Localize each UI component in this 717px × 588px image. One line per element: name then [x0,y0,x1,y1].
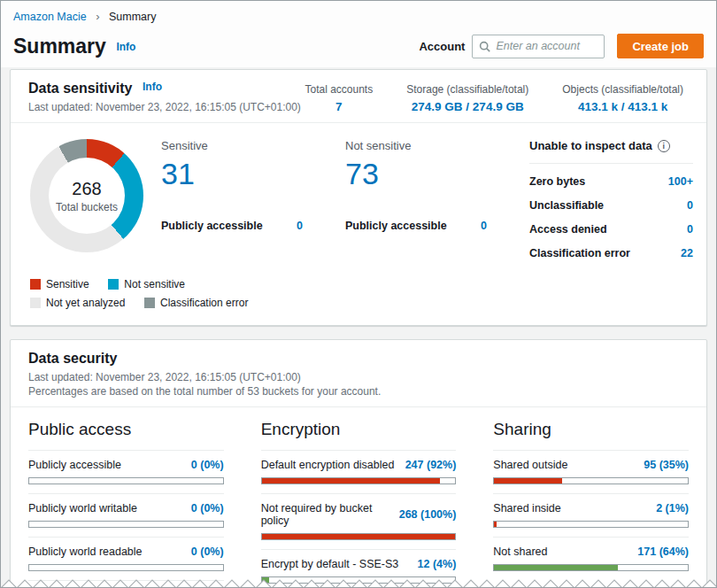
metric-bar [261,533,457,540]
metric-value-link[interactable]: 0 (0%) [191,502,224,514]
row-value-link[interactable]: 0 [687,199,693,212]
row-value-link[interactable]: 22 [681,247,693,259]
legend-swatch-icon [108,279,119,290]
title-info-link[interactable]: Info [116,41,135,53]
total-buckets-label: Total buckets [56,201,118,213]
metric-value-link[interactable]: 95 (35%) [644,459,689,471]
header-actions: Account Create job [419,34,704,58]
metric-bar [493,521,689,528]
metric-publicly-accessible: Publicly accessible 0 (0%) [28,450,224,484]
data-security-header: Data security Last updated: November 23,… [28,351,381,398]
metric-label: Not shared [493,545,547,558]
metric-publicly-world-writable: Publicly world writable 0 (0%) [28,493,224,528]
data-security-card: Data security Last updated: November 23,… [10,339,707,588]
account-search-box[interactable] [472,35,605,58]
stat-total-accounts: Total accounts 7 [305,82,373,113]
title-block: Summary Info [13,35,135,58]
stat-label: Objects (classifiable/total) [562,83,683,96]
stat-value-link[interactable]: 7 [305,100,373,113]
metric-value-link[interactable]: 171 (64%) [637,545,689,558]
breadcrumb-amazon-macie[interactable]: Amazon Macie [13,11,87,23]
stat-objects: Objects (classifiable/total) 413.1 k / 4… [562,82,683,113]
total-buckets-donut: 268 Total buckets [30,139,143,252]
metric-default-encryption-disabled: Default encryption disabled 247 (92%) [261,450,457,484]
legend-item-not-sensitive: Not sensitive [108,278,185,290]
metric-bar [493,564,689,571]
sensitive-publicly-accessible-value[interactable]: 0 [297,220,303,232]
not-sensitive-publicly-accessible-value[interactable]: 0 [481,220,487,232]
metric-value-link[interactable]: 247 (92%) [405,459,457,471]
breadcrumb: Amazon Macie › Summary [13,10,704,23]
public-access-heading: Public access [28,420,224,439]
metric-bar [261,477,457,484]
data-sensitivity-header: Data sensitivity Info Last updated: Nove… [28,81,301,113]
sensitive-count-link[interactable]: 31 [161,156,303,191]
legend-swatch-icon [144,298,155,308]
page-title: Summary [13,35,106,58]
data-sensitivity-info-link[interactable]: Info [143,81,162,93]
donut-center: 268 Total buckets [49,158,125,234]
data-sensitivity-card: Data sensitivity Info Last updated: Nove… [10,69,707,326]
metric-label: Shared inside [493,502,560,514]
sharing-heading: Sharing [493,420,689,439]
metric-bar [28,564,224,571]
legend-label: Not sensitive [124,278,185,290]
data-sensitivity-title: Data sensitivity [28,81,132,96]
account-label: Account [419,40,465,53]
legend-swatch-icon [30,279,41,290]
not-sensitive-label: Not sensitive [345,139,487,152]
legend-label: Classification error [160,297,248,309]
row-label: Access denied [529,223,607,236]
macie-summary-page: Amazon Macie › Summary Summary Info Acco… [0,0,717,588]
unable-to-inspect-section: Unable to inspect data i Zero bytes 100+… [529,137,693,259]
torn-edge [1,579,717,588]
sensitive-section: Sensitive 31 Publicly accessible 0 [161,137,303,232]
metric-label: Shared outside [493,459,567,471]
page-header: Amazon Macie › Summary Summary Info Acco… [1,1,716,67]
row-value-link[interactable]: 0 [687,223,693,236]
unable-row-classification-error: Classification error 22 [529,247,693,259]
legend-label: Sensitive [46,278,89,290]
encryption-column: Encryption Default encryption disabled 2… [261,411,457,588]
data-sensitivity-last-updated: Last updated: November 23, 2022, 16:15:0… [28,101,301,113]
legend-swatch-icon [30,298,41,308]
data-security-title: Data security [28,351,118,366]
unable-to-inspect-title: Unable to inspect data [529,139,652,152]
legend-label: Not yet analyzed [46,297,125,309]
search-icon [479,41,490,52]
not-sensitive-count-link[interactable]: 73 [345,156,487,191]
metric-not-shared: Not shared 171 (64%) [493,537,689,571]
metric-label: Encrypt by default - SSE-S3 [261,558,399,570]
metric-label: Publicly accessible [28,459,121,471]
metric-value-link[interactable]: 0 (0%) [191,459,224,471]
metric-value-link[interactable]: 0 (0%) [191,545,224,558]
breadcrumb-summary: Summary [109,11,156,23]
total-buckets-value: 268 [72,179,101,199]
unable-row-unclassifiable: Unclassifiable 0 [529,199,693,212]
row-label: Unclassifiable [529,199,604,212]
not-sensitive-section: Not sensitive 73 Publicly accessible 0 [345,137,487,232]
metric-bar [28,477,224,484]
data-security-last-updated: Last updated: November 23, 2022, 16:15:0… [28,371,381,383]
metric-bar [28,521,224,528]
breadcrumb-separator-icon: › [96,10,99,23]
unable-row-zero-bytes: Zero bytes 100+ [529,175,693,188]
sensitive-publicly-accessible-label: Publicly accessible [161,220,263,232]
sensitive-label: Sensitive [161,139,303,152]
stat-label: Total accounts [305,83,373,96]
row-label: Zero bytes [529,175,585,188]
info-icon[interactable]: i [658,140,670,152]
donut-legend: Sensitive Not sensitive Not yet analyzed [11,263,706,325]
stat-value-link[interactable]: 274.9 GB / 274.9 GB [406,100,528,113]
stat-value-link[interactable]: 413.1 k / 413.1 k [562,100,683,113]
legend-item-sensitive: Sensitive [30,278,89,290]
metric-value-link[interactable]: 2 (1%) [656,502,689,514]
row-label: Classification error [529,247,630,259]
row-value-link[interactable]: 100+ [668,175,693,188]
metric-label: Publicly world readable [28,545,143,558]
data-security-note: Percentages are based on the total numbe… [28,385,381,398]
account-search-input[interactable] [496,40,598,52]
metric-value-link[interactable]: 12 (4%) [418,558,457,570]
metric-value-link[interactable]: 268 (100%) [399,508,457,521]
create-job-button[interactable]: Create job [617,34,704,58]
